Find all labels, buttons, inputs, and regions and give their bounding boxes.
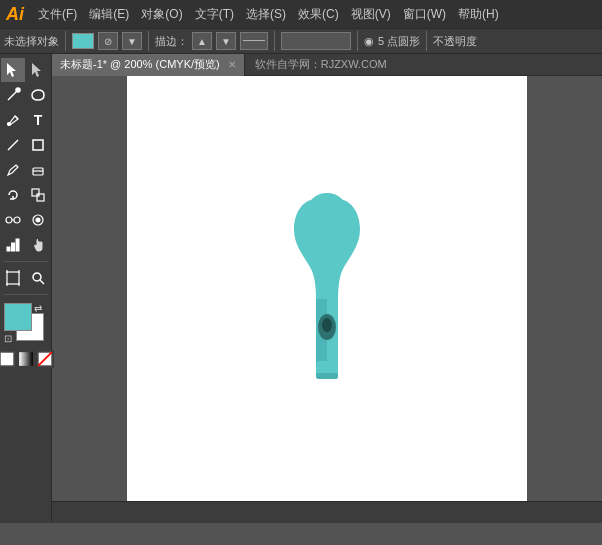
tool-row-1 [1,58,50,82]
svg-point-9 [6,217,12,223]
type-tool[interactable]: T [26,108,50,132]
svg-point-10 [14,217,20,223]
stroke-up-icon[interactable]: ▲ [192,32,212,50]
fill-color-swatch[interactable] [72,33,94,49]
svg-point-28 [307,193,347,229]
svg-rect-17 [7,272,19,284]
tool-row-blend [1,208,50,232]
menu-window[interactable]: 窗口(W) [397,4,452,25]
options-bar: 未选择对象 ⊘ ▼ 描边： ▲ ▼ —— ◉ 5 点圆形 不透明度 [0,28,602,54]
bottle-shape [272,179,382,399]
pencil-tool[interactable] [1,158,25,182]
tab-bar: 未标题-1* @ 200% (CMYK/预览) ✕ 软件自学网：RJZXW.CO… [52,54,602,76]
fill-arrow-icon[interactable]: ▼ [122,32,142,50]
svg-rect-14 [7,247,10,251]
svg-rect-25 [19,352,33,366]
svg-marker-0 [7,63,16,77]
graph-tool[interactable] [1,233,25,257]
svg-rect-5 [33,140,43,150]
magic-wand-tool[interactable] [1,83,25,107]
menu-bar: 文件(F) 编辑(E) 对象(O) 文字(T) 选择(S) 效果(C) 视图(V… [32,4,505,25]
reset-colors-icon[interactable]: ⊡ [4,333,18,347]
title-bar: Ai 文件(F) 编辑(E) 对象(O) 文字(T) 选择(S) 效果(C) 视… [0,0,602,28]
menu-help[interactable]: 帮助(H) [452,4,505,25]
svg-point-32 [322,318,332,332]
zoom-tool[interactable] [26,266,50,290]
stroke-label: 描边： [155,34,188,49]
stroke-style-select[interactable]: —— [240,32,268,50]
points-value: 5 点圆形 [378,34,420,49]
status-bar [52,501,602,523]
tool-row-slice [1,266,50,290]
hand-tool[interactable] [26,233,50,257]
mode-icons-row [0,350,54,368]
swap-colors-icon[interactable]: ⇄ [34,303,48,317]
svg-rect-15 [12,243,15,251]
tool-row-rotate [1,183,50,207]
scale-tool[interactable] [26,183,50,207]
stroke-down-icon[interactable]: ▼ [216,32,236,50]
color-boxes: ⇄ ⊡ [4,303,48,347]
svg-point-13 [36,218,40,222]
eraser-tool[interactable] [26,158,50,182]
blend-tool[interactable] [1,208,25,232]
opacity-label: 不透明度 [433,34,477,49]
selection-tool[interactable] [1,58,25,82]
canvas-area: 未标题-1* @ 200% (CMYK/预览) ✕ 软件自学网：RJZXW.CO… [52,54,602,523]
tool-separator-4 [4,294,48,295]
tab-document-label: 未标题-1* @ 200% (CMYK/预览) [60,57,220,72]
tool-row-pencil [1,158,50,182]
tool-row-magic [1,83,50,107]
menu-file[interactable]: 文件(F) [32,4,83,25]
rotate-tool[interactable] [1,183,25,207]
tool-row-line [1,133,50,157]
svg-point-3 [8,123,11,126]
svg-rect-30 [316,373,338,379]
menu-view[interactable]: 视图(V) [345,4,397,25]
symbol-tool[interactable] [26,208,50,232]
svg-rect-24 [0,352,13,366]
fill-none-icon[interactable]: ⊘ [98,32,118,50]
menu-edit[interactable]: 编辑(E) [83,4,135,25]
direct-selection-tool[interactable] [26,58,50,82]
ai-logo: Ai [6,4,24,25]
line-tool[interactable] [1,133,25,157]
tool-separator-3 [4,261,48,262]
options-divider-4 [357,31,358,51]
options-divider-2 [148,31,149,51]
svg-point-2 [16,88,20,92]
menu-object[interactable]: 对象(O) [135,4,188,25]
options-divider-3 [274,31,275,51]
rectangle-tool[interactable] [26,133,50,157]
menu-select[interactable]: 选择(S) [240,4,292,25]
tab-document[interactable]: 未标题-1* @ 200% (CMYK/预览) ✕ [52,54,245,76]
foreground-color-box[interactable] [4,303,32,331]
svg-rect-7 [32,189,39,196]
menu-effect[interactable]: 效果(C) [292,4,345,25]
main-area: T [0,54,602,523]
menu-text[interactable]: 文字(T) [189,4,240,25]
object-name-field[interactable] [281,32,351,50]
options-divider-5 [426,31,427,51]
tool-row-graph [1,233,50,257]
canvas-content[interactable] [52,76,602,501]
no-selection-label: 未选择对象 [4,34,59,49]
pen-tool[interactable] [1,108,25,132]
lasso-tool[interactable] [26,83,50,107]
svg-line-4 [8,140,18,150]
svg-rect-16 [16,239,19,251]
svg-marker-1 [32,63,41,77]
options-divider-1 [65,31,66,51]
no-fill-mode-icon[interactable] [36,350,54,368]
gradient-mode-icon[interactable] [17,350,35,368]
points-label: ◉ [364,35,374,48]
svg-line-23 [40,280,44,284]
tab-website-label: 软件自学网：RJZXW.COM [255,57,387,72]
artboard-tool[interactable] [1,266,25,290]
svg-point-22 [33,273,41,281]
tool-row-pen: T [1,108,50,132]
fill-mode-icon[interactable] [0,350,16,368]
tab-close-icon[interactable]: ✕ [228,59,236,70]
toolbar: T [0,54,52,523]
white-canvas [127,76,527,501]
